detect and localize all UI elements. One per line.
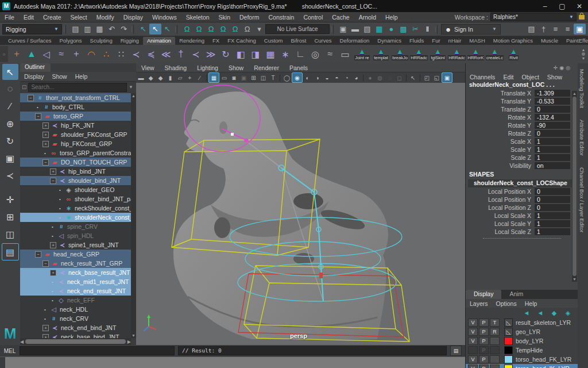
outliner-row[interactable]: •≈spine_CRV (20, 222, 131, 231)
shelf-tab-fur[interactable]: Fur (428, 37, 444, 45)
workspace-selector[interactable]: Workspace : Ralphies* ▼ (455, 13, 588, 21)
selected-object-name[interactable]: shoulderNeck_const_LOC . . . (466, 81, 578, 89)
rotate-tool-icon[interactable]: ↻ (2, 133, 18, 149)
hypershade-icon[interactable]: ● (385, 24, 397, 34)
channel-value-field[interactable]: 1 (535, 154, 570, 161)
shelf-tab-fluids[interactable]: Fluids (405, 37, 428, 45)
insert-joint-icon[interactable]: + (69, 46, 84, 62)
outliner-vertical-scrollbar[interactable]: ▲ ▼ (131, 93, 136, 338)
render-view-icon[interactable]: ▣ (337, 24, 349, 34)
layer-display-type-toggle[interactable] (490, 337, 500, 345)
isolate-remove-icon[interactable]: ◌ (385, 73, 394, 82)
outliner-row[interactable]: •≈body_CTRL (20, 102, 131, 112)
menu-create[interactable]: Create (38, 14, 66, 21)
viewport-menu-renderer[interactable]: Renderer (249, 64, 284, 71)
layer-color-swatch[interactable] (504, 355, 513, 363)
shelf-button-hrradc[interactable]: ▲HRRadc (409, 46, 428, 62)
outliner-row[interactable]: −▰head_neck_GRP (20, 250, 131, 259)
locator-icon[interactable]: ∗ (278, 46, 293, 62)
maximize-button[interactable]: ▢ (554, 0, 571, 12)
layout-outliner-persp-icon[interactable]: ▤ (2, 243, 19, 260)
channel-value-field[interactable]: -0.533 (535, 98, 570, 105)
side-tab-modeling-toolkit[interactable]: Modeling Toolkit (578, 63, 586, 114)
shelf-tab-fx-caching[interactable]: FX Caching (223, 37, 260, 45)
layer-playback-toggle[interactable]: P (479, 328, 489, 336)
channel-value-field[interactable]: 1 (535, 146, 570, 153)
ik-handle-icon[interactable]: ◁ (39, 46, 54, 62)
gate-mask-icon[interactable]: ▣ (239, 73, 249, 82)
layer-display-type-toggle[interactable] (490, 346, 500, 354)
manip-axis-icon[interactable]: ✛ (554, 65, 558, 71)
shelf-tab-custom[interactable]: Custom (260, 37, 287, 45)
scroll-down-icon[interactable]: ▼ (582, 56, 586, 60)
select-component-icon[interactable]: ↖ (161, 24, 173, 34)
snap-grid-icon[interactable]: Ω (181, 24, 193, 34)
outliner-row[interactable]: +▰hip_FKConst_GRP (20, 139, 131, 148)
layer-row[interactable]: VPtorso_head_IK_LYR (466, 364, 578, 368)
shelf-tab-motion-graphics[interactable]: Motion Graphics (489, 37, 537, 45)
layer-visibility-toggle[interactable]: V (468, 355, 478, 363)
expand-toggle-icon[interactable]: + (42, 141, 49, 147)
chevron-down-icon[interactable]: ▼ (129, 85, 134, 90)
render-frame-icon[interactable]: ▬ (349, 24, 361, 34)
scale-tool-icon[interactable]: ▣ (2, 150, 18, 166)
shelf-button-joint-re[interactable]: ▲Joint re (353, 46, 372, 62)
expand-toggle-icon[interactable]: − (35, 113, 41, 120)
scroll-up-icon[interactable]: ▲ (572, 91, 577, 95)
outliner-row[interactable]: +≺neck_base_result_JNT (20, 268, 131, 277)
layout-single-pane-icon[interactable]: ✛ (2, 191, 18, 208)
ik-spline-handle-icon[interactable]: ≈ (54, 46, 69, 62)
select-tool-icon[interactable]: ↖ (2, 64, 18, 80)
menu-deform[interactable]: Deform (235, 14, 264, 21)
viewport-menu-view[interactable]: View (136, 64, 160, 71)
scroll-down-icon[interactable]: ▼ (131, 334, 136, 338)
scroll-up-icon[interactable]: ▲ (582, 48, 586, 52)
expand-toggle-icon[interactable]: − (50, 178, 56, 184)
rename-link-icon[interactable]: ▭ (338, 46, 353, 62)
outliner-menu-show[interactable]: Show (48, 73, 71, 80)
outliner-row[interactable]: •◁neck_HDL (20, 305, 131, 314)
shelf-tab-bifrost[interactable]: Bifrost (287, 37, 311, 45)
shaded-icon[interactable]: ◉ (292, 72, 303, 83)
layer-tab-display[interactable]: Display (466, 290, 501, 299)
resolution-gate-icon[interactable]: ◙ (229, 73, 239, 82)
layer-visibility-toggle[interactable]: V (468, 319, 478, 327)
layer-menu-options[interactable]: Options (492, 300, 521, 307)
grease-pencil-icon[interactable]: ∕ (195, 73, 204, 82)
channel-value-field[interactable]: 1 (535, 138, 570, 145)
last-tool-joint-icon[interactable]: ≺ (2, 167, 18, 183)
menu-display[interactable]: Display (119, 14, 148, 21)
menu-skeleton[interactable]: Skeleton (181, 14, 214, 21)
shelf-tab-painteffec[interactable]: PaintEffec (562, 37, 588, 45)
layer-row[interactable]: VPR◺geo_LYR (466, 327, 578, 336)
mirror-joint-icon[interactable]: ≫ (203, 46, 218, 62)
channel-value-field[interactable]: 0 (535, 188, 570, 195)
channel-value-field[interactable]: 0 (535, 130, 570, 137)
grid-icon[interactable]: ▦ (208, 72, 219, 83)
key-settings-icon[interactable]: ≡ (562, 24, 574, 34)
film-gate-icon[interactable]: ▭ (219, 73, 229, 82)
save-scene-icon[interactable]: ▦ (94, 24, 106, 34)
layer-row[interactable]: VPtorso_head_FK_LYR (466, 355, 578, 364)
layer-color-swatch[interactable] (504, 365, 513, 368)
lock-camera-icon[interactable]: ◆ (146, 73, 156, 82)
shelf-tab-polygons[interactable]: Polygons (56, 37, 86, 45)
menu-constrain[interactable]: Constrain (264, 14, 299, 21)
isolate-select-icon[interactable]: ● (365, 73, 375, 82)
layer-playback-toggle[interactable]: P (479, 365, 489, 368)
layer-color-swatch[interactable] (504, 337, 513, 345)
safe-action-icon[interactable]: ◫ (258, 73, 268, 82)
layer-playback-toggle[interactable]: P (479, 319, 489, 327)
new-scene-icon[interactable]: ▤ (69, 24, 82, 34)
layer-display-type-toggle[interactable] (490, 365, 500, 368)
axes-constraint-icon[interactable]: ∟ (293, 46, 308, 62)
menu-windows[interactable]: Windows (148, 14, 181, 21)
expand-toggle-icon[interactable]: + (50, 270, 56, 276)
channel-value-field[interactable]: -132.4 (535, 114, 570, 121)
image-plane-icon[interactable]: ▱ (175, 73, 185, 82)
joint-size-icon[interactable]: ◠ (84, 46, 99, 62)
layer-color-swatch[interactable] (504, 346, 513, 354)
scroll-thumb[interactable] (572, 97, 577, 276)
speed-medium-icon[interactable]: ◉ (559, 65, 564, 71)
side-tab-channel-box-layer-editor[interactable]: Channel Box / Layer Editor (578, 162, 586, 239)
